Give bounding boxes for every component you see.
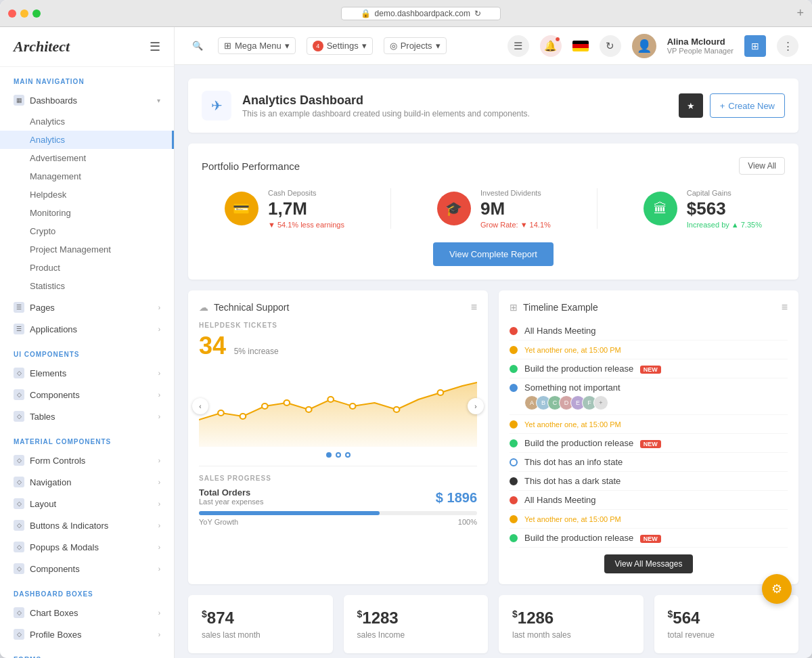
tables-icon: ◇ <box>14 411 24 422</box>
sidebar-item-analytics-active[interactable]: Analytics <box>0 131 174 149</box>
timeline-item: Something not important A B C D E F + <box>510 378 788 415</box>
view-report-button[interactable]: View Complete Report <box>433 242 554 266</box>
capital-value: $563 <box>687 198 762 219</box>
mega-menu-button[interactable]: ⊞ Mega Menu ▾ <box>218 37 296 54</box>
timeline-menu-icon[interactable]: ≡ <box>782 301 788 313</box>
dot-3[interactable] <box>345 452 351 458</box>
cash-change: ▼ 54.1% less earnings <box>268 221 344 229</box>
refresh-icon[interactable]: ↻ <box>474 9 481 18</box>
yoy-label: YoY Growth <box>199 518 238 526</box>
timeline-dot <box>510 365 518 373</box>
projects-button[interactable]: ◎ Projects ▾ <box>384 37 447 54</box>
chart-boxes-label: Chart Boxes <box>30 608 78 618</box>
timeline-dot <box>510 420 518 429</box>
url-text: demo.dashboardpack.com <box>375 9 470 18</box>
sidebar-item-form-controls[interactable]: ◇ Form Controls › <box>0 449 174 471</box>
sidebar-item-elements[interactable]: ◇ Elements › <box>0 362 174 384</box>
sidebar-item-crypto[interactable]: Crypto <box>0 222 174 240</box>
sidebar-item-popups-modals[interactable]: ◇ Popups & Modals › <box>0 536 174 558</box>
sidebar-item-product[interactable]: Product <box>0 259 174 277</box>
sidebar-item-applications[interactable]: ☰ Applications › <box>0 318 174 340</box>
invested-label: Invested Dividents <box>480 189 551 197</box>
section-material-components: MATERIAL COMPONENTS <box>0 427 174 449</box>
svg-point-5 <box>328 397 334 402</box>
buttons-label: Buttons & Indicators <box>30 521 108 531</box>
popups-icon: ◇ <box>14 542 24 552</box>
sidebar-item-statistics[interactable]: Statistics <box>0 277 174 295</box>
close-button[interactable] <box>8 9 16 18</box>
capital-label: Capital Gains <box>687 189 762 197</box>
mac-titlebar: 🔒 demo.dashboardpack.com ↻ + <box>0 0 812 27</box>
timeline-dot <box>510 384 518 392</box>
chart-boxes-chevron: › <box>158 609 160 617</box>
mac-window: 🔒 demo.dashboardpack.com ↻ + Architect ☰… <box>0 0 812 658</box>
hamburger-icon[interactable]: ☰ <box>150 39 160 54</box>
maximize-button[interactable] <box>32 9 41 18</box>
sidebar-item-project-management[interactable]: Project Management <box>0 240 174 259</box>
sales-title: Total Orders <box>199 487 263 498</box>
sidebar-item-profile-boxes[interactable]: ◇ Profile Boxes › <box>0 623 174 645</box>
sync-icon: ↻ <box>606 40 614 52</box>
new-tab-button[interactable]: + <box>796 6 804 20</box>
sidebar-item-tables[interactable]: ◇ Tables › <box>0 405 174 427</box>
user-avatar[interactable]: 👤 <box>632 34 656 58</box>
sidebar-item-chart-boxes[interactable]: ◇ Chart Boxes › <box>0 602 174 623</box>
new-badge: NEW <box>640 366 661 374</box>
sidebar-item-components[interactable]: ◇ Components › <box>0 384 174 405</box>
minimize-button[interactable] <box>20 9 28 18</box>
fab-settings-button[interactable]: ⚙ <box>762 574 792 604</box>
sidebar-item-analytics[interactable]: Analytics <box>0 112 174 131</box>
app-icon-button[interactable]: ⊞ <box>744 35 766 57</box>
sidebar-item-pages[interactable]: ☰ Pages › <box>0 297 174 318</box>
more-icon: ⋮ <box>783 40 793 52</box>
tables-label: Tables <box>30 412 55 422</box>
navigation-icon: ◇ <box>14 477 24 487</box>
page-header: ✈ Analytics Dashboard This is an example… <box>188 79 798 133</box>
stat-amount-3: $1286 <box>512 609 630 628</box>
svg-point-0 <box>218 410 224 416</box>
timeline-item: All Hands Meeting <box>510 322 788 341</box>
star-button[interactable]: ★ <box>679 93 703 118</box>
language-selector[interactable] <box>572 41 589 51</box>
sidebar-item-management[interactable]: Management <box>0 167 174 185</box>
plus-icon: + <box>720 101 725 111</box>
new-badge: NEW <box>640 440 661 448</box>
timeline-dot <box>510 458 518 466</box>
user-name: Alina Mclourd <box>667 37 734 47</box>
sidebar-item-layout[interactable]: ◇ Layout › <box>0 493 174 514</box>
components2-chevron: › <box>158 565 160 573</box>
elements-label: Elements <box>30 368 66 378</box>
tech-support-menu-icon[interactable]: ≡ <box>471 301 477 313</box>
cloud-icon: ☁ <box>199 302 208 313</box>
pages-label: Pages <box>30 303 55 313</box>
view-all-messages-button[interactable]: View All Messages <box>604 554 694 573</box>
settings-button[interactable]: 4 Settings ▾ <box>307 37 373 55</box>
chart-prev-button[interactable]: ‹ <box>192 398 208 414</box>
sidebar-item-buttons-indicators[interactable]: ◇ Buttons & Indicators › <box>0 514 174 536</box>
url-bar[interactable]: 🔒 demo.dashboardpack.com ↻ <box>341 7 501 20</box>
alerts-button[interactable]: 🔔 <box>540 35 562 57</box>
search-button[interactable]: 🔍 <box>188 37 207 56</box>
sidebar-item-dashboards[interactable]: ▦ Dashboards ▾ <box>0 89 174 111</box>
layout-icon: ◇ <box>14 498 24 509</box>
sync-button[interactable]: ↻ <box>600 35 621 57</box>
dot-1[interactable] <box>326 452 332 458</box>
profile-boxes-chevron: › <box>158 631 160 638</box>
mega-menu-icon: ⊞ <box>224 41 231 51</box>
sidebar-item-monitoring[interactable]: Monitoring <box>0 204 174 222</box>
chart-next-button[interactable]: › <box>468 398 484 414</box>
sidebar-item-helpdesk[interactable]: Helpdesk <box>0 185 174 204</box>
dot-2[interactable] <box>336 452 341 458</box>
page-header-icon: ✈ <box>202 91 231 120</box>
svg-point-1 <box>240 414 246 419</box>
notifications-button[interactable]: ☰ <box>508 35 529 57</box>
timeline-item: Yet another one, at 15:00 PM <box>510 415 788 434</box>
applications-label: Applications <box>30 324 77 334</box>
sidebar-item-components2[interactable]: ◇ Components › <box>0 558 174 579</box>
view-all-button[interactable]: View All <box>739 157 785 175</box>
create-new-button[interactable]: + Create New <box>710 93 785 118</box>
helpdesk-chart: ‹ <box>199 366 477 447</box>
sidebar-item-navigation[interactable]: ◇ Navigation › <box>0 471 174 493</box>
more-menu-button[interactable]: ⋮ <box>777 35 798 57</box>
sidebar-item-advertisement[interactable]: Advertisement <box>0 149 174 167</box>
